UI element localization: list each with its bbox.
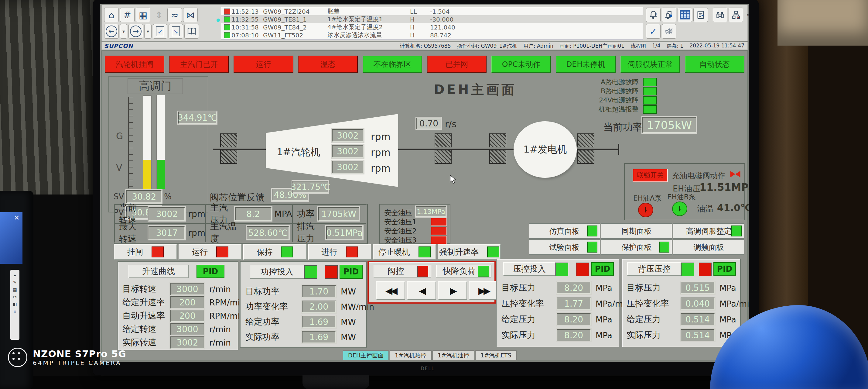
servo-tune-panel-button[interactable]: 高调伺服整定 (673, 223, 744, 239)
freq-panel-button[interactable]: 调频面板 (673, 239, 744, 255)
network-status-icon[interactable] (728, 8, 743, 22)
generator-shape[interactable]: 1#发电机 (514, 121, 577, 178)
tab-turbine-ets[interactable]: 1#汽机ETS (475, 351, 517, 360)
pump-a-icon[interactable] (638, 203, 653, 217)
back-icon[interactable]: ← (104, 24, 119, 38)
forward-dropdown-icon[interactable]: ▾ (144, 24, 152, 38)
hold-button[interactable]: 保持 (243, 244, 306, 260)
lamp-turbine-latched: 汽轮机挂闸 (105, 56, 164, 72)
protect-panel-button[interactable]: 保护面板 (601, 239, 673, 255)
pressure-pid-button[interactable]: PID (591, 262, 614, 276)
confirm-check-icon[interactable]: ✓ (646, 24, 660, 38)
fast-unload-button[interactable]: 快降负荷 (436, 265, 491, 277)
sim-panel-button[interactable]: 仿真面板 (529, 223, 600, 239)
stop-warmup-button[interactable]: 停止暖机 (373, 244, 436, 260)
valve-ctrl-button[interactable]: 阀控 (374, 265, 431, 277)
batch-icon[interactable]: ⋈ (183, 8, 198, 22)
fast-unload-lamp (478, 266, 489, 277)
pump-b-icon[interactable] (672, 202, 687, 216)
decrease-button[interactable]: ◀ (407, 281, 436, 300)
alarm-value: -1.504 (430, 8, 469, 15)
speed-pid-button[interactable]: PID (196, 265, 224, 278)
setpoint-value[interactable]: 200 (170, 296, 205, 308)
metrics-table: 当前转速 3002 rpm 主汽压力 8.2 MPA 功率 1705kW (114, 204, 368, 244)
test-panel-button[interactable]: 试验面板 (529, 239, 600, 255)
trend-icon[interactable]: ≈ (167, 8, 182, 22)
exhaust-temp-value: 321.75℃ (292, 181, 328, 193)
run-button[interactable]: 运行 (179, 244, 242, 260)
alarm-state-icon (224, 8, 230, 14)
backpressure-pid-button[interactable]: PID (713, 262, 736, 276)
oil-temp-label: 油温 (697, 203, 713, 214)
tab-turbine-thermal[interactable]: 1#汽机热控 (390, 351, 432, 360)
tab-deh-main[interactable]: DEH主控画面 (343, 351, 389, 360)
setpoint-value[interactable]: 1.69 (302, 316, 336, 328)
toolbar-dropdown-icon[interactable]: ▾ (744, 8, 749, 22)
axis-label-g: G (116, 131, 123, 141)
alarm-state-icon (224, 32, 230, 38)
setpoint-value[interactable]: 0.514 (681, 313, 715, 326)
setpoint-value[interactable]: 1.70 (302, 286, 336, 298)
tab-turbine-oil[interactable]: 1#汽机油控 (432, 351, 474, 360)
setpoint-value[interactable]: 3000 (170, 283, 205, 295)
setpoint-value[interactable]: 200 (170, 310, 205, 322)
setpoint-value[interactable]: 3000 (170, 323, 205, 335)
alarm-bell-icon[interactable] (646, 8, 660, 22)
alarm-time: 07:08:10 (231, 32, 263, 39)
alarm-level: LL (410, 8, 430, 15)
speed-curve-button[interactable]: 升速曲线 (128, 265, 189, 278)
grid-view-icon[interactable]: # (120, 8, 134, 22)
axis-label-v: V (116, 162, 122, 173)
power-pid-button[interactable]: PID (340, 265, 363, 279)
back-dropdown-icon[interactable]: ▾ (120, 24, 127, 38)
setpoint-value[interactable]: 1.77 (557, 298, 591, 310)
latch-button[interactable]: 挂闸 (114, 244, 177, 260)
bearing-icon (489, 133, 506, 147)
fast-increase-button[interactable]: ▶▶ (469, 281, 498, 300)
force-rate-button[interactable]: 强制升速率 (438, 244, 501, 260)
fast-decrease-button[interactable]: ◀◀ (376, 281, 405, 300)
status-computer: 计算机名: OS957685 (400, 42, 451, 50)
forward-icon[interactable]: → (128, 24, 143, 38)
next-page-icon[interactable]: ↘ (168, 24, 183, 38)
generator-name: 1#发电机 (523, 143, 567, 156)
bearing-icon (577, 133, 594, 147)
actual-value: 3002 (170, 336, 205, 349)
status-group: 操作小组: GW09_1#汽机 (457, 42, 517, 50)
alarm-level: H (410, 16, 430, 23)
alarm-row[interactable]: 11:32:55 GW09_TE81_1 1#给水泵定子温度1 H -30.00… (221, 15, 643, 23)
watermark-subtitle: 64MP TRIPLE CAMERA (33, 359, 126, 366)
metric-cell: 主汽温度 528.60℃ (206, 223, 292, 242)
table-view-icon[interactable]: ▦ (136, 8, 150, 22)
backpressure-ctrl-button[interactable]: 背压压控 (627, 262, 681, 276)
home-icon[interactable]: ⌂ (104, 8, 119, 22)
power-ctrl-button[interactable]: 功控投入 (250, 265, 304, 279)
setpoint-value[interactable]: 8.20 (557, 282, 591, 294)
increase-button[interactable]: ▶ (438, 281, 467, 300)
alarm-row[interactable]: 11:52:13 GW09_T2ZI204 胀差 LL -1.504 (221, 7, 643, 15)
alarm-row[interactable]: 07:08:10 GW11_FT502 浓水反渗透浓水流量 H 88.742 (221, 31, 643, 39)
bearing-icon (489, 150, 506, 164)
speed-value-3: 3002 (332, 161, 364, 174)
book-icon[interactable] (184, 24, 199, 38)
setpoint-value[interactable]: 0.515 (681, 282, 715, 294)
setpoint-value[interactable]: 2.00 (302, 301, 336, 313)
mute-speaker-icon[interactable] (662, 24, 676, 38)
safety-oil-panel: 安全油压 1.13MPa 安全油压1 安全油压2 安全油压3 (379, 204, 451, 244)
pressure-ctrl-button[interactable]: 压控投入 (503, 262, 556, 276)
interlock-switch-button[interactable]: 联锁开关 (632, 169, 668, 182)
setpoint-value[interactable]: 8.20 (557, 313, 591, 326)
setpoint-value[interactable]: 0.040 (681, 298, 715, 310)
scada-screen: ⌂ # ▦ ⇕ ≈ ⋈ ← ▾ → ▾ ↙ ↘ (100, 4, 749, 362)
report-table-icon[interactable] (678, 8, 692, 22)
status-datetime: 2022-05-19 11:54:47 (689, 42, 744, 50)
sync-panel-button[interactable]: 同期面板 (601, 223, 673, 239)
proceed-button[interactable]: 进行 (308, 244, 371, 260)
search-binoculars-icon[interactable] (713, 8, 727, 22)
bearing-icon (435, 133, 452, 147)
alarm-group-icon[interactable] (662, 8, 676, 22)
previous-page-icon[interactable]: ↙ (153, 24, 167, 38)
alarm-row[interactable]: 10:31:58 GW09_TE84_2 4#给水泵定子温度2 H 121.04… (221, 23, 643, 31)
event-list-icon[interactable] (693, 8, 708, 22)
power-value: 1705kW (642, 117, 696, 133)
